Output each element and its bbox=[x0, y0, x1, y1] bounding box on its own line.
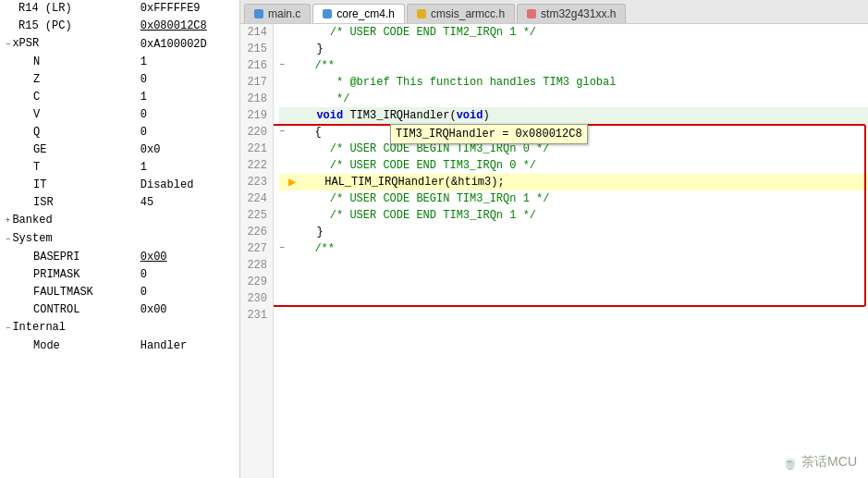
reg-name-text: V bbox=[33, 108, 40, 121]
current-line-arrow: ▶ bbox=[288, 174, 296, 190]
collapse-icon[interactable]: − bbox=[6, 235, 10, 244]
expand-icon[interactable]: + bbox=[6, 216, 10, 226]
tab-cmsis_armcc-h[interactable]: cmsis_armcc.h bbox=[407, 4, 515, 23]
register-row: Z0 bbox=[0, 71, 239, 89]
line-number: 221 bbox=[246, 141, 267, 157]
code-text: /* USER CODE BEGIN TIM3_IRQn 1 */ bbox=[303, 190, 549, 207]
code-line: } bbox=[279, 224, 868, 240]
code-area: 2142152162172182192202212222232242252262… bbox=[240, 24, 868, 478]
reg-name-text: Mode bbox=[33, 339, 60, 352]
code-text: } bbox=[303, 224, 324, 240]
register-name: V bbox=[0, 106, 133, 124]
line-number: 224 bbox=[246, 190, 267, 207]
tab-core_cm4-h[interactable]: core_cm4.h bbox=[312, 4, 405, 23]
line-number: 218 bbox=[246, 91, 267, 107]
register-value: 0xA100002D bbox=[133, 35, 239, 54]
register-row: +Banked bbox=[0, 212, 239, 230]
register-row: CONTROL0x00 bbox=[0, 301, 239, 319]
register-row: Q0 bbox=[0, 124, 239, 141]
tab-main-c[interactable]: main.c bbox=[244, 4, 311, 23]
register-value: 0xFFFFFE9 bbox=[133, 0, 239, 18]
register-name: T bbox=[0, 159, 133, 177]
register-name: PRIMASK bbox=[0, 266, 133, 284]
register-row: R15 (PC)0x080012C8 bbox=[0, 18, 239, 35]
register-row: C1 bbox=[0, 89, 239, 106]
debug-tooltip: TIM3_IRQHandler = 0x080012C8 bbox=[390, 124, 588, 144]
register-row: GE0x0 bbox=[0, 141, 239, 159]
line-number: 226 bbox=[246, 224, 267, 240]
register-name: −System bbox=[0, 230, 133, 249]
register-name: FAULTMASK bbox=[0, 284, 133, 301]
line-number: 230 bbox=[246, 290, 267, 307]
line-numbers: 2142152162172182192202212222232242252262… bbox=[240, 24, 274, 478]
reg-name-text: R14 (LR) bbox=[18, 2, 72, 15]
line-number: 214 bbox=[246, 24, 267, 41]
code-text: HAL_TIM_IRQHandler(&htim3); bbox=[298, 174, 504, 190]
register-row: BASEPRI0x00 bbox=[0, 249, 239, 266]
register-value: 1 bbox=[133, 159, 239, 177]
line-number: 216 bbox=[246, 57, 267, 74]
register-value: 0 bbox=[133, 71, 239, 89]
register-value: 0x080012C8 bbox=[133, 18, 239, 35]
register-row: PRIMASK0 bbox=[0, 266, 239, 284]
register-name: BASEPRI bbox=[0, 249, 133, 266]
tab-icon-stm32g431xx.h bbox=[527, 9, 536, 18]
line-number: 223 bbox=[246, 174, 267, 190]
collapse-icon[interactable]: − bbox=[6, 324, 10, 333]
line-number: 227 bbox=[246, 240, 267, 257]
register-name: R14 (LR) bbox=[0, 0, 133, 18]
register-name: IT bbox=[0, 177, 133, 194]
code-line: * @brief This function handles TIM3 glob… bbox=[279, 74, 868, 91]
register-table: R14 (LR)0xFFFFFE9R15 (PC)0x080012C8−xPSR… bbox=[0, 0, 239, 355]
code-line: /* USER CODE END TIM3_IRQn 0 */ bbox=[279, 157, 868, 174]
watermark: 🍵 茶话MCU bbox=[782, 454, 857, 471]
reg-name-text: T bbox=[33, 161, 40, 174]
reg-name-text: GE bbox=[33, 143, 46, 156]
code-line: − /** bbox=[279, 240, 868, 257]
register-name: CONTROL bbox=[0, 301, 133, 319]
register-value: 1 bbox=[133, 89, 239, 106]
collapse-icon[interactable]: − bbox=[6, 40, 10, 49]
code-lines: /* USER CODE END TIM2_IRQn 1 */ }− /** *… bbox=[274, 24, 868, 478]
register-value bbox=[133, 230, 239, 249]
tab-bar: main.ccore_cm4.hcmsis_armcc.hstm32g431xx… bbox=[240, 0, 868, 24]
line-number: 229 bbox=[246, 274, 267, 290]
register-value bbox=[133, 319, 239, 337]
reg-name-text: N bbox=[33, 55, 40, 68]
register-value: 0x00 bbox=[133, 249, 239, 266]
code-line: */ bbox=[279, 91, 868, 107]
watermark-icon: 🍵 bbox=[782, 455, 798, 470]
reg-name-text: ISR bbox=[33, 196, 54, 209]
reg-name-text: FAULTMASK bbox=[33, 286, 93, 299]
register-name: Mode bbox=[0, 337, 133, 355]
register-name: Q bbox=[0, 124, 133, 141]
register-value: 1 bbox=[133, 54, 239, 71]
reg-name-text: R15 (PC) bbox=[18, 19, 72, 32]
register-name: C bbox=[0, 89, 133, 106]
register-row: −xPSR0xA100002D bbox=[0, 35, 239, 54]
register-value: 0 bbox=[133, 124, 239, 141]
register-value: 0 bbox=[133, 284, 239, 301]
reg-name-text: IT bbox=[33, 178, 46, 191]
tab-label: core_cm4.h bbox=[336, 7, 395, 20]
register-row: ITDisabled bbox=[0, 177, 239, 194]
fold-marker[interactable]: − bbox=[279, 57, 285, 74]
tab-stm32g431xx-h[interactable]: stm32g431xx.h bbox=[517, 4, 626, 23]
register-name: −xPSR bbox=[0, 35, 133, 54]
line-number: 219 bbox=[246, 107, 267, 124]
tab-label: stm32g431xx.h bbox=[541, 7, 616, 20]
reg-name-text: xPSR bbox=[12, 37, 39, 50]
code-text: */ bbox=[303, 91, 349, 107]
line-number: 231 bbox=[246, 307, 267, 324]
tab-icon-cmsis_armcc.h bbox=[417, 9, 426, 18]
code-line: /* USER CODE END TIM3_IRQn 1 */ bbox=[279, 207, 868, 224]
register-row: ModeHandler bbox=[0, 337, 239, 355]
code-line: − /** bbox=[279, 57, 868, 74]
main-container: R14 (LR)0xFFFFFE9R15 (PC)0x080012C8−xPSR… bbox=[0, 0, 868, 478]
code-line: void TIM3_IRQHandler(void) bbox=[279, 107, 868, 124]
register-row: V0 bbox=[0, 106, 239, 124]
code-text: /* USER CODE END TIM3_IRQn 0 */ bbox=[303, 157, 536, 174]
fold-marker[interactable]: − bbox=[279, 240, 285, 257]
register-name: ISR bbox=[0, 194, 133, 212]
fold-marker[interactable]: − bbox=[279, 124, 285, 141]
